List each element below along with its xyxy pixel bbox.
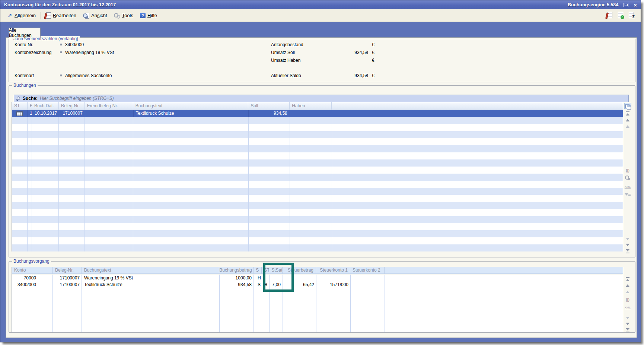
table-row[interactable] (12, 131, 623, 138)
column-header-Fremdbeleg-Nr.[interactable]: Fremdbeleg-Nr. (85, 102, 133, 110)
menu-label: Hilfe (147, 13, 157, 18)
table-row[interactable] (12, 209, 623, 216)
table-row[interactable] (12, 167, 623, 174)
table-row[interactable] (12, 230, 623, 237)
column-chooser-icon[interactable] (624, 103, 631, 109)
page-up-icon[interactable] (624, 124, 631, 129)
doc-sum-icon[interactable] (629, 12, 634, 18)
table-row[interactable] (12, 188, 623, 195)
cell: Textildruck Schulze (82, 281, 220, 288)
annotation-highlight-box (263, 263, 294, 292)
restore-button[interactable] (624, 3, 628, 7)
group-title: Buchungen (12, 83, 38, 88)
field-label: Anfangsbestand (271, 42, 303, 47)
cell: H (254, 275, 262, 281)
column-header-Steuerkonto 1[interactable]: Steuerkonto 1 (316, 267, 350, 273)
field-value: Wareneingang 19 % VSt (65, 50, 114, 55)
table-row[interactable] (12, 223, 623, 230)
transaction-row[interactable]: 7000017100007Wareneingang 19 % VSt1000,0… (12, 275, 623, 281)
table-row[interactable] (12, 159, 623, 167)
column-header-Konto[interactable]: Konto (12, 267, 53, 273)
field-label: Konto-Nr. (15, 42, 34, 47)
scroll-bottom-icon[interactable] (624, 249, 631, 253)
table-row[interactable] (12, 216, 623, 223)
page-down-icon[interactable] (624, 237, 631, 241)
cell (290, 110, 332, 117)
table-row[interactable] (12, 117, 623, 124)
menu-label: Ansicht (91, 13, 107, 18)
column-header-filler[interactable] (385, 267, 623, 273)
scroll-up-icon[interactable] (624, 283, 631, 288)
menu-tools[interactable]: Tools (111, 11, 137, 20)
scroll-top-icon[interactable] (624, 277, 631, 282)
scroll-up-icon[interactable] (624, 118, 631, 123)
table-row[interactable] (12, 145, 623, 152)
transaction-row[interactable]: 3400/00017100007Textildruck Schulze934,5… (12, 281, 623, 288)
search-label: Suche: (23, 96, 38, 101)
scroll-down-icon[interactable] (624, 243, 631, 247)
table-row[interactable] (12, 237, 623, 244)
booking-row-selected[interactable]: 110.10.201717100007Textildruck Schulze93… (12, 110, 623, 117)
title-bar: Kontoauszug für den Zeitraum 01.2017 bis… (0, 0, 641, 9)
column-separator (290, 110, 290, 251)
column-header-Buchungstext[interactable]: Buchungstext (133, 102, 249, 110)
cell: Textildruck Schulze (134, 110, 249, 117)
column-header-Buchungsbetrag[interactable]: Buchungsbetrag (219, 267, 254, 273)
menu-ansicht[interactable]: Ansicht (80, 11, 111, 20)
column-header-Buchungstext[interactable]: Buchungstext (82, 267, 220, 273)
column-header-Haben[interactable]: Haben (290, 102, 332, 110)
group-title: Buchungsvorgang (12, 259, 51, 264)
column-header-Beleg-Nr.[interactable]: Beleg-Nr. (53, 267, 82, 273)
cell: 17100007 (53, 275, 82, 281)
table-row[interactable] (12, 244, 623, 251)
cell: 934,58 (249, 110, 290, 117)
currency-symbol: € (372, 42, 374, 47)
column-header-B[interactable]: B (28, 102, 32, 110)
scroll-down-icon[interactable] (624, 322, 631, 326)
menu-bearbeiten[interactable]: Bearbeiten (42, 11, 80, 20)
column-header-Buch.Dat.[interactable]: Buch.Dat. (32, 102, 59, 110)
field-bullet-icon (60, 51, 62, 53)
doc-check-icon[interactable] (618, 12, 623, 18)
column-header-Steuerkonto 2[interactable]: Steuerkonto 2 (350, 267, 385, 273)
split-icon[interactable] (624, 297, 631, 302)
split-icon[interactable] (624, 168, 631, 173)
column-separator (27, 110, 28, 251)
page-up-icon[interactable] (624, 289, 631, 294)
column-header-ST[interactable]: ST (12, 102, 28, 110)
menu-allgemein[interactable]: Allgemein (3, 11, 39, 20)
table-row[interactable] (12, 124, 623, 131)
filter-icon[interactable] (624, 193, 631, 197)
close-button[interactable]: × (634, 2, 637, 8)
column-header-Beleg-Nr.[interactable]: Beleg-Nr. (59, 102, 85, 110)
column-header-S[interactable]: S (254, 267, 262, 273)
field-label: Kontobezeichnung (15, 50, 51, 55)
tab-alle-buchungen[interactable]: Alle Buchungen (9, 28, 41, 38)
table-row[interactable] (12, 174, 623, 181)
scroll-top-icon[interactable] (624, 111, 631, 116)
scroll-bottom-icon[interactable] (624, 327, 631, 332)
table-row[interactable] (12, 138, 623, 145)
column-separator (133, 110, 133, 251)
cell (332, 110, 623, 117)
menu-hilfe[interactable]: Hilfe (137, 11, 160, 20)
currency-symbol: € (372, 58, 374, 63)
cell (85, 110, 134, 117)
table-row[interactable] (12, 202, 623, 209)
page-down-icon[interactable] (624, 316, 631, 320)
xml-icon[interactable] (624, 184, 631, 189)
zoom-icon[interactable] (624, 175, 631, 180)
menu-label: Tools (122, 13, 133, 18)
cell: 1571/000 (316, 281, 351, 288)
doc-pen-icon[interactable] (607, 12, 612, 18)
xml-icon[interactable] (624, 305, 631, 310)
column-header-Soll[interactable]: Soll (248, 102, 290, 110)
table-row[interactable] (12, 152, 623, 159)
table-row[interactable] (12, 195, 623, 202)
table-row[interactable] (12, 181, 623, 188)
column-header-filler[interactable] (332, 102, 623, 110)
field-label: Umsatz Soll (271, 50, 295, 55)
help-icon (140, 13, 146, 18)
search-input[interactable]: Suche: Hier Suchbegriff eingeben (STRG+S… (14, 95, 629, 102)
doc-pen-icon (46, 12, 51, 19)
